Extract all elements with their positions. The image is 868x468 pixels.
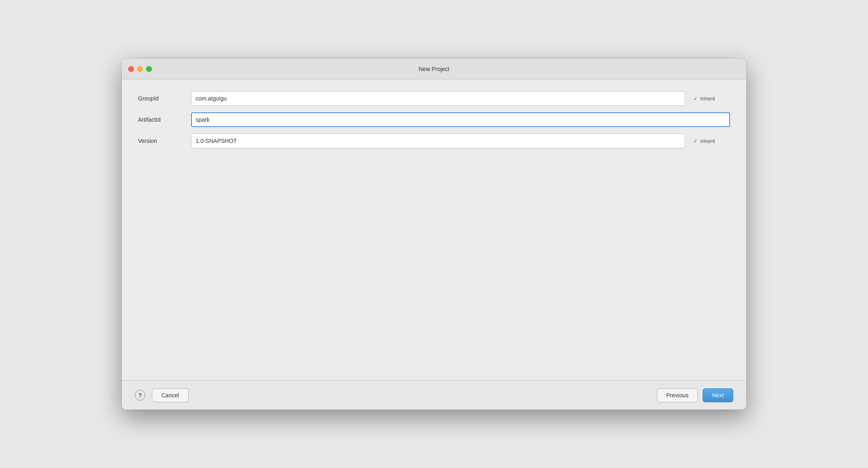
form-content: GroupId ✓ Inherit ArtifactId Version ✓	[122, 80, 746, 380]
next-button[interactable]: Next	[703, 388, 733, 402]
window-title: New Project	[418, 66, 449, 72]
version-input-wrapper	[191, 134, 685, 148]
artifactid-input-wrapper	[191, 112, 730, 127]
previous-button[interactable]: Previous	[657, 388, 698, 402]
artifactid-input[interactable]	[191, 112, 730, 127]
traffic-lights	[128, 66, 152, 72]
groupid-label: GroupId	[138, 95, 183, 102]
footer: ? Cancel Previous Next	[122, 380, 746, 410]
maximize-button[interactable]	[146, 66, 152, 72]
version-row: Version ✓ Inherit	[138, 134, 730, 148]
footer-left: ? Cancel	[135, 388, 189, 402]
groupid-inherit-checkbox[interactable]: ✓ Inherit	[693, 96, 730, 102]
groupid-inherit-label: Inherit	[700, 96, 715, 102]
version-input[interactable]	[191, 134, 685, 148]
version-inherit-checkbox[interactable]: ✓ Inherit	[693, 138, 730, 144]
version-label: Version	[138, 138, 183, 144]
groupid-input-wrapper	[191, 91, 685, 106]
close-button[interactable]	[128, 66, 134, 72]
footer-right: Previous Next	[657, 388, 733, 402]
groupid-row: GroupId ✓ Inherit	[138, 91, 730, 106]
version-inherit-checkmark: ✓	[693, 138, 698, 144]
title-bar: New Project	[122, 58, 746, 80]
artifactid-row: ArtifactId	[138, 112, 730, 127]
minimize-button[interactable]	[137, 66, 143, 72]
groupid-inherit-checkmark: ✓	[693, 96, 698, 102]
cancel-button[interactable]: Cancel	[152, 388, 189, 402]
groupid-input[interactable]	[191, 91, 685, 106]
version-inherit-label: Inherit	[700, 138, 715, 144]
help-button[interactable]: ?	[135, 390, 145, 401]
dialog-window: New Project GroupId ✓ Inherit ArtifactId…	[122, 58, 746, 410]
artifactid-label: ArtifactId	[138, 116, 183, 123]
